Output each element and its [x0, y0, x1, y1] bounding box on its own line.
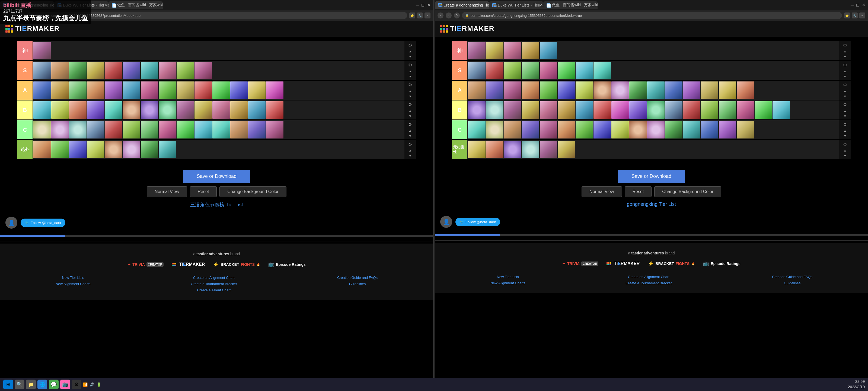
right-char-none-3[interactable] — [504, 141, 521, 158]
left-char-a-7[interactable] — [141, 81, 158, 99]
left-char-b-1[interactable] — [33, 101, 51, 119]
left-char-c-9[interactable] — [177, 121, 194, 138]
right-char-a-15[interactable] — [719, 81, 736, 99]
left-link-guide[interactable]: Creation Guide and FAQs — [337, 276, 378, 280]
right-char-b-11[interactable] — [647, 101, 664, 119]
right-follow-button[interactable]: 🐦 Follow @beta_dark — [456, 218, 500, 226]
right-char-c-11[interactable] — [647, 121, 664, 138]
right-change-bg-button[interactable]: Change Background Color — [654, 186, 721, 197]
left-gear-c[interactable]: ⚙ — [408, 122, 412, 127]
left-char-a-9[interactable] — [177, 81, 194, 99]
right-char-god-2[interactable] — [486, 42, 503, 59]
right-link-guide[interactable]: Creation Guide and FAQs — [772, 275, 812, 279]
left-window-close[interactable]: ✕ — [427, 2, 431, 8]
right-window-close[interactable]: ✕ — [862, 2, 865, 8]
right-arrow-up-s[interactable]: ▲ — [843, 69, 846, 73]
left-char-a-12[interactable] — [230, 81, 248, 99]
right-char-a-13[interactable] — [683, 81, 701, 99]
left-char-a-8[interactable] — [159, 81, 176, 99]
right-char-a-3[interactable] — [504, 81, 521, 99]
left-char-b-13[interactable] — [248, 101, 266, 119]
right-char-a-5[interactable] — [540, 81, 557, 99]
right-char-a-4[interactable] — [522, 81, 539, 99]
right-gear-c[interactable]: ⚙ — [843, 122, 847, 127]
right-char-s-7[interactable] — [576, 62, 593, 79]
right-char-c-1[interactable] — [468, 121, 486, 138]
right-char-c-4[interactable] — [522, 121, 539, 138]
left-char-s-4[interactable] — [87, 62, 104, 79]
left-arrow-up-out[interactable]: ▲ — [408, 148, 412, 152]
left-char-s-8[interactable] — [159, 62, 176, 79]
right-char-god-3[interactable] — [504, 42, 521, 59]
left-reset-button[interactable]: Reset — [190, 186, 217, 197]
left-arrow-down-b[interactable]: ▼ — [408, 114, 412, 118]
right-arrow-down-c[interactable]: ▼ — [843, 134, 846, 138]
left-change-bg-button[interactable]: Change Background Color — [219, 186, 286, 197]
right-char-b-5[interactable] — [540, 101, 557, 119]
right-tab-3[interactable]: 📄 做鱼 - 百闻酱wiki - 万家wiki ✕ — [543, 1, 597, 9]
left-arrow-up-b[interactable]: ▲ — [408, 109, 412, 113]
left-gear-a[interactable]: ⚙ — [408, 82, 412, 87]
right-arrow-up-none[interactable]: ▲ — [843, 148, 846, 152]
right-char-b-15[interactable] — [719, 101, 736, 119]
right-ext-2[interactable]: 🔧 — [852, 12, 858, 19]
taskbar-bilibili[interactable]: 📺 — [60, 380, 70, 389]
right-char-b-2[interactable] — [486, 101, 503, 119]
left-char-b-7[interactable] — [141, 101, 158, 119]
left-char-c-6[interactable] — [123, 121, 140, 138]
right-link-create-bracket[interactable]: Create a Tournament Bracket — [626, 281, 672, 285]
left-char-b-9[interactable] — [177, 101, 194, 119]
left-char-b-5[interactable] — [105, 101, 122, 119]
right-char-b-14[interactable] — [701, 101, 718, 119]
right-char-none-1[interactable] — [468, 141, 486, 158]
right-char-a-12[interactable] — [665, 81, 682, 99]
right-arrow-up-b[interactable]: ▲ — [843, 109, 846, 113]
left-char-a-3[interactable] — [69, 81, 87, 99]
right-tab-1[interactable]: 🎮 Create a gongnengxing Tier L... ✕ — [435, 1, 489, 9]
right-link-new-tier[interactable]: New Tier Lists — [490, 275, 525, 279]
left-char-out-8[interactable] — [159, 141, 176, 158]
left-ext-2[interactable]: 🔧 — [417, 12, 423, 19]
right-address-input[interactable]: 🔒 tiermaker.com/create/gongnengxing-1553… — [462, 12, 842, 19]
right-char-b-3[interactable] — [504, 101, 521, 119]
right-char-s-8[interactable] — [593, 62, 611, 79]
left-char-c-1[interactable] — [33, 121, 51, 138]
left-link-new-align[interactable]: New Alignment Charts — [56, 282, 91, 286]
right-arrow-down-b[interactable]: ▼ — [843, 114, 846, 118]
right-char-none-4[interactable] — [522, 141, 539, 158]
left-char-c-8[interactable] — [159, 121, 176, 138]
right-char-b-1[interactable] — [468, 101, 486, 119]
left-gear-out[interactable]: ⚙ — [408, 142, 412, 147]
right-char-a-14[interactable] — [701, 81, 718, 99]
left-char-b-12[interactable] — [230, 101, 248, 119]
left-link-create-align[interactable]: Create an Alignment Chart — [191, 276, 237, 280]
left-char-s-2[interactable] — [51, 62, 69, 79]
left-char-c-4[interactable] — [87, 121, 104, 138]
right-char-s-3[interactable] — [504, 62, 521, 79]
left-window-minimize[interactable]: ─ — [416, 3, 419, 8]
left-char-god-1[interactable] — [33, 42, 51, 59]
left-char-s-1[interactable] — [33, 62, 51, 79]
left-normal-view-button[interactable]: Normal View — [147, 186, 187, 197]
left-char-c-10[interactable] — [194, 121, 212, 138]
left-char-c-5[interactable] — [105, 121, 122, 138]
left-char-a-1[interactable] — [33, 81, 51, 99]
left-ext-3[interactable]: ≡ — [425, 12, 431, 19]
left-char-a-14[interactable] — [266, 81, 283, 99]
left-char-a-11[interactable] — [212, 81, 230, 99]
right-window-minimize[interactable]: ─ — [850, 3, 854, 8]
left-char-a-5[interactable] — [105, 81, 122, 99]
right-char-a-2[interactable] — [486, 81, 503, 99]
right-gear-god[interactable]: ⚙ — [843, 43, 847, 48]
right-char-none-6[interactable] — [558, 141, 575, 158]
right-char-none-2[interactable] — [486, 141, 503, 158]
right-char-c-9[interactable] — [611, 121, 629, 138]
left-char-a-4[interactable] — [87, 81, 104, 99]
left-tab-3[interactable]: 📄 做鱼 - 百闻酱wiki - 万家wiki ✕ — [108, 1, 163, 9]
right-arrow-down-none[interactable]: ▼ — [843, 154, 846, 158]
left-char-b-6[interactable] — [123, 101, 140, 119]
right-window-maximize[interactable]: □ — [856, 3, 859, 8]
taskbar-files[interactable]: 📁 — [26, 380, 36, 389]
left-link-create-talent[interactable]: Create a Talent Chart — [191, 288, 237, 292]
left-char-b-8[interactable] — [159, 101, 176, 119]
